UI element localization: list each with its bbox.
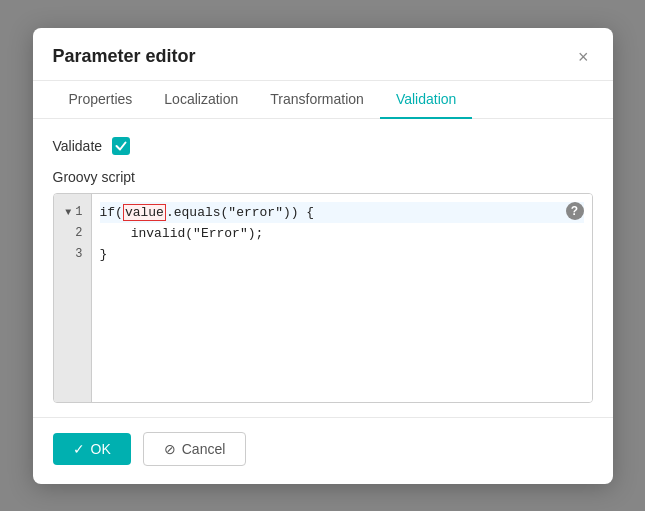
ok-checkmark-icon: ✓ [73,441,85,457]
groovy-script-label: Groovy script [53,169,593,185]
validate-label: Validate [53,138,103,154]
tab-localization[interactable]: Localization [148,81,254,119]
line-number-1: ▼ 1 [54,202,91,223]
modal-body: Validate Groovy script ▼ 1 [33,119,613,417]
cancel-button[interactable]: ⊘ Cancel [143,432,247,466]
tab-properties[interactable]: Properties [53,81,149,119]
help-icon[interactable]: ? [566,202,584,220]
close-button[interactable]: × [574,46,593,68]
ok-label: OK [91,441,111,457]
validate-checkbox[interactable] [112,137,130,155]
tab-validation[interactable]: Validation [380,81,472,119]
ok-button[interactable]: ✓ OK [53,433,131,465]
parameter-editor-modal: Parameter editor × Properties Localizati… [33,28,613,484]
modal-header: Parameter editor × [33,28,613,81]
cancel-label: Cancel [182,441,226,457]
code-content: if(value.equals("error")) { invalid("Err… [92,194,592,402]
modal-footer: ✓ OK ⊘ Cancel [33,417,613,484]
cancel-icon: ⊘ [164,441,176,457]
tab-transformation[interactable]: Transformation [254,81,380,119]
highlighted-value: value [123,204,166,221]
tabs-bar: Properties Localization Transformation V… [33,81,613,119]
code-editor[interactable]: ▼ 1 2 3 if(value.equals("error")) { inva… [53,193,593,403]
code-line-3: } [100,244,584,265]
line-numbers: ▼ 1 2 3 [54,194,92,402]
code-line-1: if(value.equals("error")) { [100,202,584,223]
line-number-2: 2 [54,223,91,244]
validate-row: Validate [53,137,593,155]
modal-title: Parameter editor [53,46,196,67]
line-number-3: 3 [54,244,91,265]
modal-overlay: Parameter editor × Properties Localizati… [0,0,645,511]
code-line-2: invalid("Error"); [100,223,584,244]
